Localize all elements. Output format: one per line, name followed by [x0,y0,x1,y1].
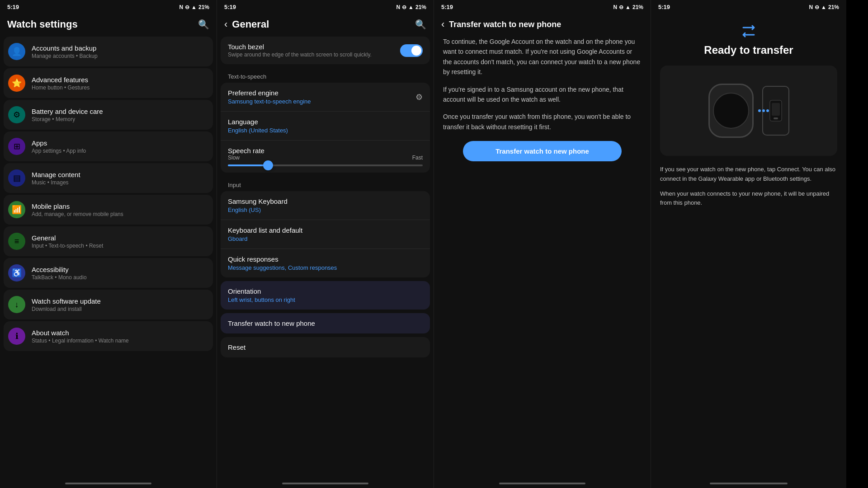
connection-dots [758,109,769,112]
accessibility-title: Accessibility [32,266,208,273]
search-icon-1[interactable]: 🔍 [198,19,209,30]
fast-label: Fast [412,155,423,161]
header-3: ‹ Transfer watch to new phone [434,14,651,37]
mobile-text: Mobile plans Add, manage, or remove mobi… [32,202,208,217]
language-row[interactable]: Language English (United States) [221,112,430,141]
back-btn-2[interactable]: ‹ [224,19,227,30]
battery-icon: ⚙ [8,106,25,123]
orientation-value: Left wrist, buttons on right [228,296,423,303]
transfer-desc-3: Once you transfer your watch from this p… [443,112,642,132]
ready-content: Ready to transfer If you see yo [651,14,846,478]
settings-item-mobile[interactable]: 📶 Mobile plans Add, manage, or remove mo… [4,195,213,225]
signal-icon-3: ⊖ [619,4,623,10]
touch-bezel-label: Touch bezel [228,43,400,51]
general-subtitle: Input • Text-to-speech • Reset [32,243,208,249]
back-btn-3[interactable]: ‹ [441,19,444,30]
signal-icon-2: ⊖ [402,4,406,10]
signal-icon: ⊖ [185,4,189,10]
svg-rect-1 [772,103,780,116]
settings-item-general[interactable]: ≡ General Input • Text-to-speech • Reset [4,226,213,256]
bottom-bar-4 [710,483,788,484]
language-label: Language [228,118,423,126]
ready-title: Ready to transfer [660,44,837,56]
slider-labels: Slow Fast [228,155,423,161]
settings-item-battery[interactable]: ⚙ Battery and device care Storage • Memo… [4,100,213,130]
keyboard-list-row[interactable]: Keyboard list and default Gboard [221,220,430,249]
slider-thumb[interactable] [263,160,273,170]
preferred-engine-row[interactable]: Preferred engine Samsung text-to-speech … [221,83,430,112]
status-icons-3: N ⊖ ▲ 21% [613,4,643,10]
content-icon: ▤ [8,169,25,187]
panel-watch-settings: 5:19 N ⊖ ▲ 21% Watch settings 🔍 👤 Accoun… [0,0,217,488]
reset-label: Reset [228,343,423,351]
battery-1: 21% [198,4,209,10]
touch-bezel-subtitle: Swipe around the edge of the watch scree… [228,52,400,58]
search-icon-2[interactable]: 🔍 [415,19,426,30]
content-title: Manage content [32,171,208,178]
status-icons-4: N ⊖ ▲ 21% [809,4,839,10]
wifi-icon-4: ▲ [821,4,826,10]
transfer-content: To continue, the Google Account on the w… [434,37,651,478]
update-subtitle: Download and install [32,306,208,312]
wifi-icon: ▲ [191,4,197,10]
quick-responses-row[interactable]: Quick responses Message suggestions, Cus… [221,249,430,277]
panel-transfer: 5:19 N ⊖ ▲ 21% ‹ Transfer watch to new p… [434,0,651,488]
dot-2 [762,109,765,112]
svg-rect-2 [774,117,778,119]
speech-rate-row: Speech rate Slow Fast [221,141,430,173]
about-icon: ℹ [8,328,25,345]
accounts-subtitle: Manage accounts • Backup [32,53,208,59]
time-4: 5:19 [658,4,670,10]
samsung-keyboard-row[interactable]: Samsung Keyboard English (US) [221,191,430,220]
settings-item-accessibility[interactable]: ♿ Accessibility TalkBack • Mono audio [4,258,213,288]
bottom-bar-1 [65,483,152,484]
about-title: About watch [32,329,208,337]
keyboard-list-label: Keyboard list and default [228,226,423,234]
bottom-bar-3 [499,483,586,484]
content-text: Manage content Music • Images [32,171,208,186]
general-icon: ≡ [8,233,25,250]
status-bar-2: 5:19 N ⊖ ▲ 21% [217,0,434,14]
speech-rate-label: Speech rate [228,147,423,155]
wifi-icon-3: ▲ [625,4,631,10]
samsung-keyboard-label: Samsung Keyboard [228,197,423,205]
slow-label: Slow [228,155,240,161]
touch-bezel-row[interactable]: Touch bezel Swipe around the edge of the… [221,37,430,64]
preferred-engine-value: Samsung text-to-speech engine [228,98,311,105]
advanced-subtitle: Home button • Gestures [32,84,208,91]
status-bar-4: 5:19 N ⊖ ▲ 21% [651,0,846,14]
settings-item-apps[interactable]: ⊞ Apps App settings • App info [4,131,213,161]
dot-3 [766,109,769,112]
ready-desc-1: If you see your watch on the new phone, … [660,165,837,184]
settings-item-accounts[interactable]: 👤 Accounts and backup Manage accounts • … [4,37,213,66]
panel-title-3: Transfer watch to new phone [449,20,643,29]
settings-item-update[interactable]: ↓ Watch software update Download and ins… [4,290,213,319]
mobile-icon: 📶 [8,201,25,218]
settings-list: 👤 Accounts and backup Manage accounts • … [0,37,217,478]
settings-item-about[interactable]: ℹ About watch Status • Legal information… [4,321,213,351]
accessibility-text: Accessibility TalkBack • Mono audio [32,266,208,281]
accounts-icon: 👤 [8,43,25,60]
orientation-row[interactable]: Orientation Left wrist, buttons on right [221,281,430,310]
accounts-title: Accounts and backup [32,44,208,52]
apps-subtitle: App settings • App info [32,148,208,154]
touch-bezel-toggle[interactable] [400,44,423,57]
header-2: ‹ General 🔍 [217,14,434,37]
settings-item-content[interactable]: ▤ Manage content Music • Images [4,163,213,193]
general-content: Touch bezel Swipe around the edge of the… [217,37,434,478]
transfer-watch-row[interactable]: Transfer watch to new phone [221,313,430,333]
accessibility-subtitle: TalkBack • Mono audio [32,274,208,281]
samsung-keyboard-value: English (US) [228,206,423,213]
orientation-label: Orientation [228,287,423,295]
nfc-icon-4: N [809,4,813,10]
panel-title-1: Watch settings [7,19,198,30]
panel-ready: 5:19 N ⊖ ▲ 21% Ready to transfer [651,0,846,488]
bottom-bar-2 [282,483,369,484]
speech-rate-slider[interactable] [228,164,423,166]
gear-icon[interactable]: ⚙ [415,92,423,102]
settings-item-advanced[interactable]: ⭐ Advanced features Home button • Gestur… [4,68,213,98]
transfer-watch-button[interactable]: Transfer watch to new phone [463,141,622,161]
apps-text: Apps App settings • App info [32,139,208,154]
reset-row[interactable]: Reset [221,337,430,357]
update-text: Watch software update Download and insta… [32,297,208,312]
